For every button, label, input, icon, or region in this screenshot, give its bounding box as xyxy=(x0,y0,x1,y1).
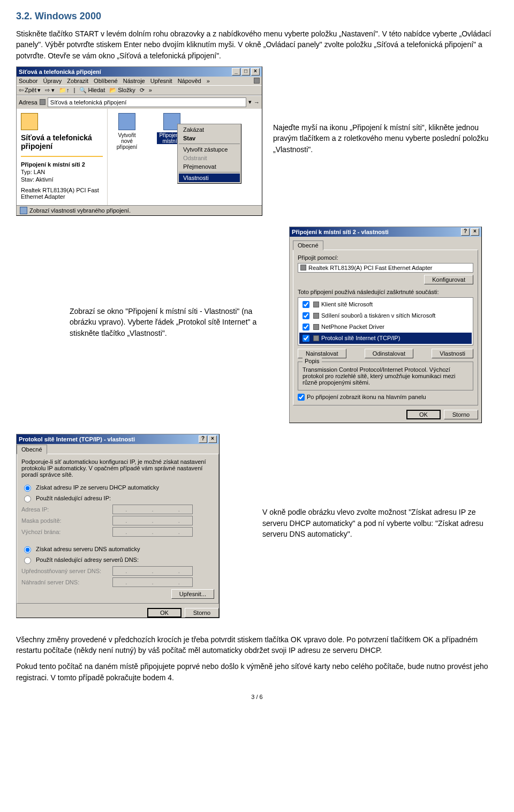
tcpip-icon xyxy=(313,335,319,341)
radio-dhcp-dns-label: Získat adresu serveru DNS automaticky xyxy=(36,546,140,552)
menu-upresnit[interactable]: Upřesnit xyxy=(150,78,172,84)
advanced-button[interactable]: Upřesnit... xyxy=(171,589,214,599)
go-button[interactable]: → xyxy=(254,99,260,106)
tab-general[interactable]: Obecné xyxy=(293,240,323,250)
menu-upravy[interactable]: Úpravy xyxy=(43,78,62,84)
help-button[interactable]: ? xyxy=(199,435,207,443)
close-button[interactable]: × xyxy=(208,435,217,443)
mask-label: Maska podsítě: xyxy=(21,517,107,524)
ctx-shortcut[interactable]: Vytvořit zástupce xyxy=(179,145,240,154)
nic-icon xyxy=(300,265,306,270)
toolbar-folders[interactable]: 📂 Složky xyxy=(109,87,135,94)
client-icon xyxy=(313,302,319,307)
maximize-button[interactable]: □ xyxy=(241,68,250,76)
address-label: Adresa xyxy=(19,99,37,106)
ctx-rename[interactable]: Přejmenovat xyxy=(179,162,240,171)
conn-state: Stav: Aktivní xyxy=(21,176,103,183)
note-3: V okně podle obrázku vlevo zvolte možnos… xyxy=(262,507,498,539)
ctx-delete: Odstranit xyxy=(179,154,240,162)
ip-label: Adresa IP: xyxy=(21,506,107,513)
close-button[interactable]: × xyxy=(471,228,479,236)
chk-netphone[interactable] xyxy=(303,324,309,330)
close-button[interactable]: × xyxy=(251,68,260,76)
menu-zobrazit[interactable]: Zobrazit xyxy=(67,78,88,84)
selected-conn-name: Připojení k místní síti 2 xyxy=(21,161,103,168)
cancel-button[interactable]: Storno xyxy=(444,410,478,419)
chk-tcpip[interactable] xyxy=(303,335,309,342)
tcpip-intro: Podporuje-li síť automatickou konfigurac… xyxy=(21,458,214,478)
statusbar-text: Zobrazí vlastnosti vybraného připojení. xyxy=(29,207,131,214)
leftpane-title: Síťová a telefonická připojení xyxy=(21,133,103,151)
ctx-status[interactable]: Stav xyxy=(179,134,240,142)
dns1-field: ... xyxy=(112,566,193,576)
dns2-field: ... xyxy=(112,577,193,587)
ctx-properties[interactable]: Vlastnosti xyxy=(179,174,240,182)
minimize-button[interactable]: _ xyxy=(232,68,240,76)
conn-type: Typ: LAN xyxy=(21,169,103,175)
tab-general[interactable]: Obecné xyxy=(17,445,47,454)
folder-large-icon xyxy=(21,113,38,130)
conn-props-title: Připojení k místní síti 2 - vlastnosti xyxy=(292,229,389,235)
radio-dhcp-ip-label: Získat adresu IP ze serveru DHCP automat… xyxy=(36,484,159,491)
chk-share[interactable] xyxy=(303,312,309,319)
properties-button[interactable]: Vlastnosti xyxy=(432,349,473,358)
toolbar-forward[interactable]: ⇨ ▾ xyxy=(45,87,55,94)
radio-static-ip[interactable] xyxy=(24,495,31,502)
adapter-name: Realtek RTL8139(A) PCI Fast Ethernet Ada… xyxy=(308,265,433,271)
section-heading: 3.2. Windows 2000 xyxy=(16,11,498,22)
chk-client[interactable] xyxy=(303,301,309,308)
menu-oblibene[interactable]: Oblíbené xyxy=(94,78,118,84)
help-button[interactable]: ? xyxy=(461,228,470,236)
tcpip-dialog: Protokol sítě Internet (TCP/IP) - vlastn… xyxy=(16,434,220,618)
conn-props-dialog: Připojení k místní síti 2 - vlastnosti ?… xyxy=(289,227,482,423)
components-label: Toto připojení používá následující zaškr… xyxy=(298,289,473,295)
toolbar-back[interactable]: ⇦ Zpět ▾ xyxy=(19,87,41,94)
explorer-title: Síťová a telefonická připojení xyxy=(19,69,101,75)
menubar[interactable]: Soubor Úpravy Zobrazit Oblíbené Nástroje… xyxy=(17,77,262,85)
uninstall-button[interactable]: Odinstalovat xyxy=(365,349,413,358)
ctx-disable[interactable]: Zakázat xyxy=(179,125,240,134)
tcpip-title: Protokol sítě Internet (TCP/IP) - vlastn… xyxy=(19,436,135,442)
dns1-label: Upřednostňovaný server DNS: xyxy=(21,568,107,574)
menu-napoveda[interactable]: Nápověd xyxy=(178,78,201,84)
desc-text: Transmission Control Protocol/Internet P… xyxy=(303,366,468,386)
page-footer: 3 / 6 xyxy=(16,694,498,700)
radio-dhcp-ip[interactable] xyxy=(24,485,31,492)
toolbar-history[interactable]: ⟳ xyxy=(140,87,145,94)
ip-field: ... xyxy=(112,505,193,514)
configure-button[interactable]: Konfigurovat xyxy=(424,275,473,284)
connect-using-label: Připojit pomocí: xyxy=(298,254,473,261)
menu-nastroje[interactable]: Nástroje xyxy=(123,78,145,84)
address-input[interactable] xyxy=(48,97,246,107)
note-2: Zobrazí se okno "Připojení k místní síti… xyxy=(70,306,278,339)
share-icon xyxy=(313,313,319,319)
menu-soubor[interactable]: Soubor xyxy=(19,78,37,84)
toolbar-search[interactable]: 🔍 Hledat xyxy=(79,87,105,94)
outro-paragraph-2: Pokud tento počítač na daném místě připo… xyxy=(16,661,498,683)
show-icon-checkbox[interactable] xyxy=(298,394,305,401)
cancel-button[interactable]: Storno xyxy=(185,608,219,618)
context-menu[interactable]: Zakázat Stav Vytvořit zástupce Odstranit… xyxy=(177,124,241,184)
address-icon xyxy=(40,99,46,105)
desc-group-label: Popis xyxy=(303,358,322,364)
radio-static-dns[interactable] xyxy=(24,557,31,564)
radio-dhcp-dns[interactable] xyxy=(24,546,31,553)
statusbar-icon xyxy=(20,207,27,214)
radio-static-dns-label: Použít následující adresy serverů DNS: xyxy=(36,557,139,563)
intro-paragraph: Stiskněte tlačítko START v levém dolním … xyxy=(16,28,498,61)
toolbar-up[interactable]: 📁↑ xyxy=(59,87,70,94)
win-logo-icon xyxy=(254,78,260,84)
radio-static-ip-label: Použít následující adresu IP: xyxy=(36,495,111,501)
dns2-label: Náhradní server DNS: xyxy=(21,579,107,585)
mask-field: ... xyxy=(112,516,193,525)
gw-label: Výchozí brána: xyxy=(21,529,107,535)
driver-icon xyxy=(313,324,319,330)
ok-button[interactable]: OK xyxy=(147,608,182,618)
conn-adapter: Realtek RTL8139(A) PCI Fast Ethernet Ada… xyxy=(21,187,103,200)
new-connection-icon[interactable]: Vytvořit nové připojení xyxy=(112,113,142,150)
components-list[interactable]: Klient sítě Microsoft Sdílení souborů a … xyxy=(298,297,473,345)
ok-button[interactable]: OK xyxy=(406,410,441,419)
install-button[interactable]: Nainstalovat xyxy=(298,349,346,358)
note-1: Najeďte myší na ikonu „Připojení k místn… xyxy=(273,122,498,155)
show-icon-label: Po připojení zobrazit ikonu na hlavním p… xyxy=(307,394,426,400)
